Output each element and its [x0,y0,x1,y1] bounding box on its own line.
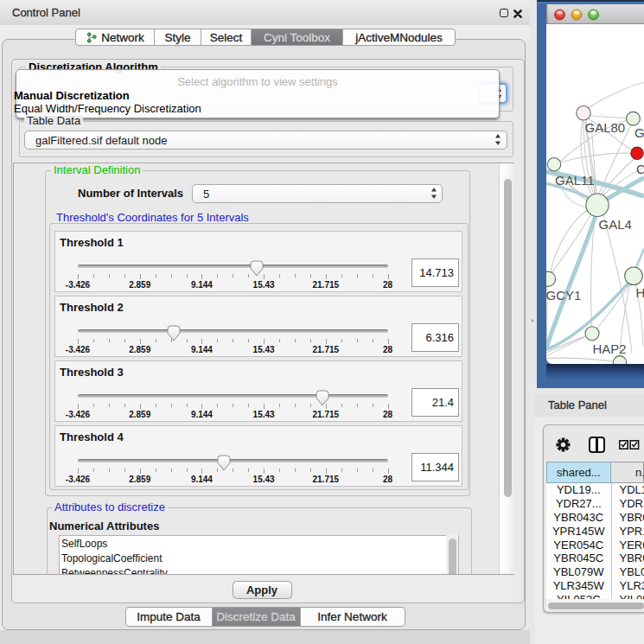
svg-text:HIS4: HIS4 [636,285,644,300]
svg-text:GAL2: GAL2 [634,124,644,139]
svg-text:GAL11: GAL11 [555,172,595,187]
svg-text:GAL4: GAL4 [599,216,632,231]
svg-text:GAL80: GAL80 [585,119,626,134]
svg-text:COS1: COS1 [636,161,644,175]
svg-text:GCY1: GCY1 [546,287,581,302]
svg-text:HAP2: HAP2 [593,341,627,356]
